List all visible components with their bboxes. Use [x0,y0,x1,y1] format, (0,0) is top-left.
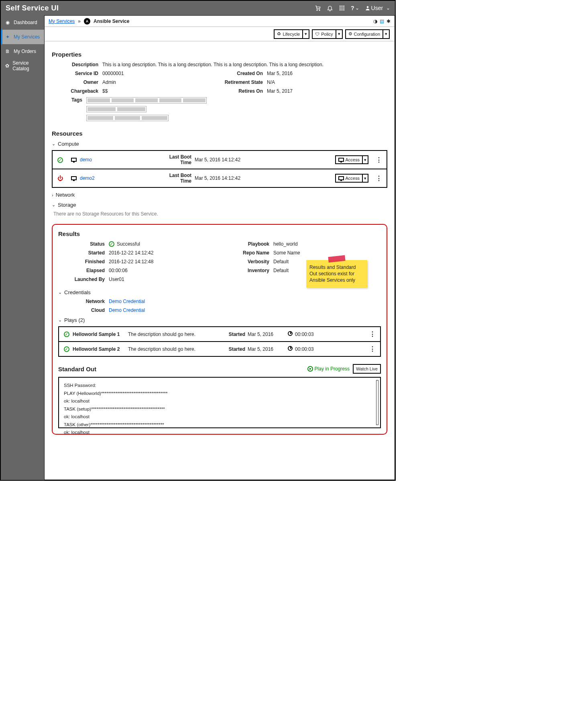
chevron-down-icon: ⌄ [58,290,62,295]
svg-rect-5 [340,8,341,9]
clock-icon [288,331,293,336]
breadcrumb-bar: My Services » A Ansible Service ◑ ▤ ✱ [45,16,395,27]
sidebar: ◉ Dashboard ✦ My Services 🗎 My Orders ✿ … [1,15,44,480]
breadcrumb-my-services[interactable]: My Services [49,18,75,24]
resource-row: ⏻ demo2 Last Boot Time Mar 5, 2016 14:12… [53,169,387,187]
chevron-right-icon: › [52,193,53,197]
result-repo: Some Name [273,250,300,256]
view-icon-2[interactable]: ▤ [380,18,384,24]
prop-owner: Admin [102,79,116,85]
stdout-line: ok: localhost [64,429,375,437]
plays-list: ✓Helloworld Sample 1 The description sho… [58,326,381,357]
svg-rect-7 [343,8,344,9]
plays-toggle[interactable]: ⌄Plays (2) [58,317,381,323]
compute-toggle[interactable]: ⌄Compute [52,141,387,147]
svg-rect-4 [343,6,344,7]
tags-placeholder [86,97,207,121]
resource-row: ✓ demo Last Boot Time Mar 5, 2016 14:12:… [53,151,387,169]
stdout-line: ok: localhost [64,397,375,405]
kebab-menu[interactable]: ⋮ [369,331,375,338]
access-button[interactable]: Access▾ [335,174,368,183]
network-toggle[interactable]: ›Network [52,192,387,198]
view-icon-1[interactable]: ◑ [373,18,377,24]
play-started: Mar 5, 2016 [245,332,285,337]
scrollbar[interactable] [376,380,378,425]
result-playbook: hello_world [273,241,298,247]
resource-link[interactable]: demo2 [80,175,95,181]
status-ok-icon: ✓ [57,157,63,163]
view-icon-3[interactable]: ✱ [387,18,391,24]
orders-icon: 🗎 [5,49,10,54]
access-button[interactable]: Access▾ [335,155,368,164]
stdout-line: PLAY (Helloworld)***********************… [64,390,375,398]
svg-rect-3 [342,6,343,7]
prop-created-on: Mar 5, 2016 [267,71,293,76]
policy-button[interactable]: 🛡 Policy ▾ [312,29,342,39]
sidebar-item-my-services[interactable]: ✦ My Services [1,30,44,44]
result-elapsed: 00:00:06 [109,268,128,273]
svg-rect-10 [343,9,344,10]
lifecycle-button[interactable]: ♻ Lifecycle ▾ [274,29,309,39]
sidebar-item-dashboard[interactable]: ◉ Dashboard [1,15,44,30]
prop-retirement-state: N/A [267,79,275,85]
prop-retires-on: Mar 5, 2017 [267,88,293,94]
chevron-down-icon: ▾ [336,30,342,38]
storage-toggle[interactable]: ⌄Storage [52,202,387,208]
prop-service-id: 00000001 [102,71,124,76]
user-dropdown[interactable]: User ⌄ [365,5,390,11]
status-ok-icon: ✓ [64,346,69,352]
svg-rect-6 [342,8,343,9]
annotation-sticky: Results and Standard Out sections exist … [306,260,367,288]
monitor-icon [71,158,77,162]
grid-icon[interactable] [339,5,345,11]
stdout-line: TASK (setup)****************************… [64,405,375,413]
kebab-menu[interactable]: ⋮ [376,175,382,182]
credentials-toggle[interactable]: ⌄Credentials [58,289,381,295]
prop-chargeback: $$ [102,88,108,94]
help-dropdown[interactable]: ?⌄ [351,5,359,11]
chevron-down-icon: ⌄ [52,202,55,207]
topbar: Self Service UI ?⌄ User ⌄ [1,1,395,15]
stdout-line: ok: localhost [64,413,375,421]
svg-rect-2 [340,6,341,7]
stdout-line: TASK (other)****************************… [64,421,375,429]
result-launched-by: User01 [109,277,124,282]
results-title: Results [58,230,381,237]
bell-icon[interactable] [327,5,333,11]
stdout-title: Standard Out [58,366,96,372]
action-toolbar: ♻ Lifecycle ▾ 🛡 Policy ▾ ⚙ Configuration… [45,27,395,41]
sidebar-item-service-catalog[interactable]: ✿ Service Catalog [1,59,44,73]
play-row: ✓Helloworld Sample 2 The description sho… [59,342,380,356]
play-desc: The description should go here. [128,346,223,352]
configuration-button[interactable]: ⚙ Configuration ▾ [345,29,390,39]
result-started: 2016-12-22 14:12:42 [109,250,153,256]
services-icon: ✦ [5,34,10,40]
breadcrumb-current: Ansible Service [94,18,129,24]
watch-live-button[interactable]: Watch Live [353,364,381,374]
prop-description: This is a long description. This is a lo… [102,62,324,67]
power-icon: ⏻ [57,175,63,181]
brand-title: Self Service UI [6,4,59,12]
play-row: ✓Helloworld Sample 1 The description sho… [59,327,380,342]
properties-title: Properties [52,51,387,58]
chevron-down-icon: ⌄ [52,141,55,146]
resource-link[interactable]: demo [80,157,92,163]
credential-cloud-link[interactable]: Demo Credential [109,307,145,313]
storage-empty-text: There are no Storage Resources for this … [53,211,387,217]
stdout-box: SSH Password: PLAY (Helloworld)*********… [58,377,381,428]
ansible-icon: A [84,18,90,24]
play-desc: The description should go here. [128,332,223,337]
credential-network-link[interactable]: Demo Credential [109,299,145,304]
catalog-icon: ✿ [5,63,9,69]
result-verbosity: Default [273,259,289,264]
resource-last-boot: Mar 5, 2016 14:12:42 [191,157,335,163]
cart-icon[interactable] [315,5,321,11]
result-status: Successful [117,241,140,247]
main-panel: My Services » A Ansible Service ◑ ▤ ✱ ♻ … [44,15,395,480]
chevron-down-icon: ▾ [302,30,309,38]
sidebar-item-my-orders[interactable]: 🗎 My Orders [1,44,44,59]
results-frame: Results and Standard Out sections exist … [52,224,387,435]
kebab-menu[interactable]: ⋮ [376,156,382,164]
kebab-menu[interactable]: ⋮ [369,346,375,352]
chevron-down-icon: ▾ [362,175,368,182]
